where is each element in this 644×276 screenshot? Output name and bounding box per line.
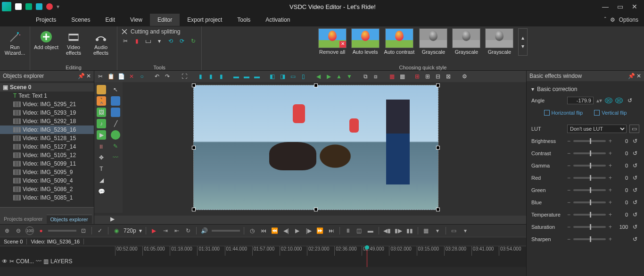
vertical-flip-checkbox[interactable]: Vertical flip bbox=[594, 110, 627, 116]
rotate-90-icon[interactable]: ⟲ bbox=[166, 37, 175, 45]
close-button[interactable]: ✕ bbox=[632, 3, 637, 10]
ffwd-icon[interactable]: ⏩ bbox=[316, 226, 324, 235]
lut-select[interactable]: Don't use LUT bbox=[567, 125, 627, 133]
pin-icon[interactable]: 📌 bbox=[78, 73, 85, 79]
grid-4-icon[interactable]: ⊞ bbox=[423, 72, 432, 81]
split-left-icon[interactable]: ⏸ bbox=[344, 226, 352, 235]
split-right-icon[interactable]: ◫ bbox=[355, 226, 363, 235]
qa-export-icon[interactable] bbox=[25, 3, 32, 10]
go-end-icon[interactable]: ⏭ bbox=[327, 226, 336, 235]
align-hcenter-icon[interactable]: ▮ bbox=[206, 72, 215, 81]
align-vcenter-icon[interactable]: ▬ bbox=[242, 72, 251, 81]
crumb-video[interactable]: Video: IMG_5236_16 bbox=[27, 239, 84, 244]
angle-input[interactable] bbox=[567, 97, 594, 104]
step-fwd-icon[interactable]: |▶ bbox=[305, 226, 313, 235]
snap-icon[interactable]: ✓ bbox=[96, 226, 104, 235]
lut-folder-icon[interactable]: ▭ bbox=[629, 125, 639, 133]
volume-slider[interactable] bbox=[212, 230, 240, 232]
objects-tree[interactable]: ▣Scene 0 TText: Text 1 Video: IMG_5295_2… bbox=[0, 81, 94, 207]
undo-icon[interactable]: ↶ bbox=[153, 72, 161, 81]
menu-scenes[interactable]: Scenes bbox=[64, 14, 98, 26]
timeline[interactable]: 00:52.00001:05.00001:18.00001:31.00001:4… bbox=[0, 246, 526, 267]
playhead[interactable] bbox=[367, 246, 367, 267]
percent-100-icon[interactable]: 100 bbox=[25, 226, 34, 235]
slider-red[interactable] bbox=[573, 177, 606, 179]
tool-pointer-icon[interactable]: ↖ bbox=[111, 85, 120, 94]
effects-close-icon[interactable]: ✕ bbox=[636, 73, 641, 79]
qa-tool-icon[interactable] bbox=[36, 3, 42, 10]
angle-reset-icon[interactable]: ↺ bbox=[626, 97, 634, 104]
same-width-icon[interactable]: ▭ bbox=[289, 72, 297, 81]
circle-icon[interactable]: ○ bbox=[138, 72, 146, 81]
options-label[interactable]: Options bbox=[619, 17, 638, 23]
slider-brightness[interactable] bbox=[573, 140, 606, 142]
tool-tooltip-icon[interactable]: ◢ bbox=[97, 176, 106, 185]
zoom-slider[interactable] bbox=[48, 230, 76, 232]
tree-video-item[interactable]: Video: IMG_5095_9 bbox=[0, 168, 94, 176]
tool-rect-icon[interactable] bbox=[111, 96, 120, 106]
slider-reset-icon[interactable]: ↺ bbox=[631, 187, 639, 193]
tool-move-icon[interactable]: ✥ bbox=[97, 153, 106, 162]
tree-video-item[interactable]: Video: IMG_5295_21 bbox=[0, 100, 94, 109]
grid-3-icon[interactable]: ⊞ bbox=[413, 72, 421, 81]
distribute-h-icon[interactable]: ◧ bbox=[268, 72, 276, 81]
grid-2-icon[interactable]: ▦ bbox=[398, 72, 406, 81]
tree-video-item[interactable]: Video: IMG_5099_11 bbox=[0, 159, 94, 168]
menu-editor[interactable]: Editor bbox=[150, 14, 180, 26]
mark-clear-icon[interactable]: ▮▮ bbox=[405, 226, 414, 235]
panel-close-icon[interactable]: ✕ bbox=[86, 73, 91, 79]
play-icon[interactable]: ▶ bbox=[293, 226, 302, 235]
volume-icon[interactable]: 🔊 bbox=[200, 226, 209, 235]
add-object-button[interactable]: Add object bbox=[34, 28, 58, 52]
arrow-right-icon[interactable]: ▶ bbox=[324, 72, 333, 81]
slider-reset-icon[interactable]: ↺ bbox=[631, 224, 639, 230]
audio-effects-button[interactable]: Audio effects bbox=[89, 28, 113, 58]
play-record-icon[interactable]: ▶ bbox=[150, 226, 158, 235]
resolution-label[interactable]: 720p bbox=[124, 227, 136, 234]
settings-gear-icon[interactable]: ⚙ bbox=[460, 72, 469, 81]
slider-reset-icon[interactable]: ↺ bbox=[631, 211, 639, 218]
options-gear-icon[interactable]: ⚙ bbox=[610, 17, 615, 23]
style-grayscale-1[interactable]: Grayscale bbox=[419, 28, 447, 55]
slider-gamma[interactable] bbox=[573, 165, 606, 167]
rewind-icon[interactable]: ⏪ bbox=[271, 226, 279, 235]
tool-image-icon[interactable]: 🖼 bbox=[97, 108, 106, 117]
step-back-icon[interactable]: ◀| bbox=[282, 226, 290, 235]
tree-video-item[interactable]: Video: IMG_5085_1 bbox=[0, 193, 94, 202]
basic-correction-header[interactable]: ▾ Basic correction bbox=[531, 84, 639, 94]
extra-4-icon[interactable]: ▾ bbox=[461, 226, 470, 235]
rotate-left-90-icon[interactable]: 90 bbox=[605, 98, 612, 103]
menu-tools[interactable]: Tools bbox=[230, 14, 258, 26]
redo-icon[interactable]: ↷ bbox=[163, 72, 172, 81]
slider-blue[interactable] bbox=[573, 201, 606, 203]
grid-6-icon[interactable]: ⊠ bbox=[444, 72, 453, 81]
tool-pen-icon[interactable]: ✎ bbox=[111, 142, 120, 151]
tree-video-item[interactable]: Video: IMG_5292_18 bbox=[0, 117, 94, 125]
video-effects-button[interactable]: Video effects bbox=[61, 28, 86, 58]
tree-text-item[interactable]: TText: Text 1 bbox=[0, 92, 94, 100]
menu-projects[interactable]: Projects bbox=[28, 14, 64, 26]
distribute-v-icon[interactable]: ◨ bbox=[278, 72, 287, 81]
remove-track-icon[interactable]: ⊖ bbox=[14, 226, 23, 235]
tool-bars-icon[interactable]: ⫼ bbox=[97, 142, 106, 151]
mark-in-icon[interactable]: ◀▮ bbox=[383, 226, 391, 235]
collapse-ribbon-icon[interactable]: ˆ bbox=[604, 17, 606, 23]
tree-video-item[interactable]: Video: IMG_5086_2 bbox=[0, 185, 94, 193]
maximize-button[interactable]: ▭ bbox=[617, 3, 623, 10]
split-tool-icon[interactable]: ▾ bbox=[155, 37, 164, 45]
effects-pin-icon[interactable]: 📌 bbox=[628, 73, 635, 79]
group-icon[interactable]: ⧉ bbox=[361, 72, 370, 81]
slider-reset-icon[interactable]: ↺ bbox=[631, 138, 639, 144]
slider-reset-icon[interactable]: ↺ bbox=[631, 150, 639, 157]
tree-video-item[interactable]: Video: IMG_5128_15 bbox=[0, 134, 94, 142]
tool-play-icon[interactable]: ▶ bbox=[97, 130, 106, 140]
slider-reset-icon[interactable]: ↺ bbox=[631, 236, 639, 243]
run-wizard-button[interactable]: Run Wizard... bbox=[3, 28, 27, 58]
tree-video-item[interactable]: Video: IMG_5236_16 bbox=[0, 125, 94, 134]
tree-video-item[interactable]: Video: IMG_5127_14 bbox=[0, 142, 94, 151]
extra-2-icon[interactable]: ▾ bbox=[433, 226, 442, 235]
clock-icon[interactable]: ◷ bbox=[248, 226, 256, 235]
qa-record-icon[interactable] bbox=[46, 3, 53, 10]
slider-contrast[interactable] bbox=[573, 152, 606, 154]
tool-music-icon[interactable]: ♪ bbox=[97, 119, 106, 128]
